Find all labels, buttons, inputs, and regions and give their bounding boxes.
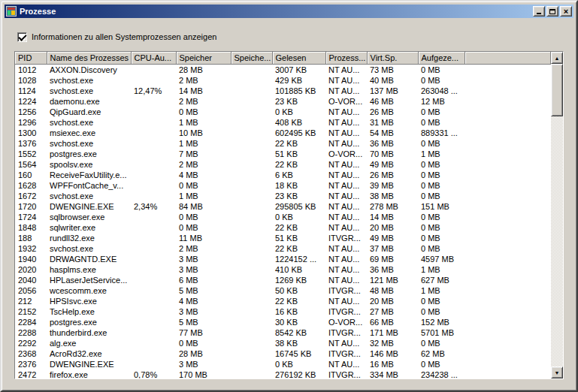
cell: 6 KB bbox=[272, 170, 325, 180]
cell bbox=[231, 359, 272, 369]
table-row[interactable]: 1296svchost.exe1 MB408 KBNT AU...31 MB0 … bbox=[15, 117, 551, 128]
table-row[interactable]: 2152TscHelp.exe3 MB16 KBITVGR...27 MB0 M… bbox=[15, 306, 551, 317]
close-button[interactable]: × bbox=[560, 6, 572, 17]
cell: NT AU... bbox=[325, 275, 367, 285]
cell bbox=[231, 191, 272, 201]
cell bbox=[465, 359, 551, 369]
column-header-memory2[interactable]: Speiche... bbox=[231, 52, 272, 64]
cell bbox=[131, 149, 176, 159]
cell: 234238 ... bbox=[418, 369, 465, 379]
table-row[interactable]: 1028svchost.exe2 MB429 KBNT AU...40 MB0 … bbox=[15, 75, 551, 86]
cell bbox=[465, 201, 551, 212]
column-header-memory[interactable]: Speicher bbox=[176, 52, 231, 64]
system-processes-checkbox[interactable] bbox=[17, 32, 27, 42]
cell: 2284 bbox=[15, 317, 47, 327]
cell: 0 MB bbox=[418, 107, 465, 117]
table-row[interactable]: 1940DRWAGNTD.EXE3 MB1224152 ...NT AU...6… bbox=[15, 254, 551, 264]
cell: 28 MB bbox=[176, 348, 231, 359]
table-row[interactable]: 1932svchost.exe2 MB22 KBNT AU...37 MB0 M… bbox=[15, 243, 551, 254]
cell: 12 MB bbox=[418, 96, 465, 107]
scroll-up-button[interactable]: ▲ bbox=[551, 52, 563, 64]
system-processes-checkbox-label[interactable]: Informationen zu allen Systemprozessen a… bbox=[32, 32, 216, 41]
table-row[interactable]: 1124svchost.exe12,47%14 MB101885 KBNT AU… bbox=[15, 86, 551, 96]
table-row[interactable]: 1256QipGuard.exe0 MB0 KBNT AU...26 MB0 M… bbox=[15, 107, 551, 117]
window-title: Prozesse bbox=[20, 7, 533, 16]
table-row[interactable]: 1376svchost.exe1 MB22 KBNT AU...36 MB0 M… bbox=[15, 138, 551, 149]
table-row[interactable]: 2056wcescomm.exe5 MB50 KBITVGR...48 MB1 … bbox=[15, 285, 551, 296]
cell: 49 MB bbox=[367, 159, 418, 170]
cell: 410 KB bbox=[272, 264, 325, 275]
column-header-process-owner[interactable]: Prozess... bbox=[325, 52, 367, 64]
column-header-pid[interactable]: PID bbox=[15, 52, 47, 64]
cell: 0 MB bbox=[176, 338, 231, 348]
scrollbar-track[interactable] bbox=[551, 64, 563, 366]
table-row[interactable]: 2288thunderbird.exe77 MB8542 KBITVGR...1… bbox=[15, 327, 551, 338]
maximize-button[interactable] bbox=[546, 6, 558, 17]
table-row[interactable]: 212HPSIsvc.exe4 MB22 KBNT AU...20 MB0 MB bbox=[15, 296, 551, 306]
table-row[interactable]: 2472firefox.exe0,78%170 MB276192 KBITVGR… bbox=[15, 369, 551, 379]
cell: NT AU... bbox=[325, 138, 367, 149]
table-row[interactable]: 160ReceiveFaxUtility.e...4 MB6 KBNT AU..… bbox=[15, 170, 551, 180]
table-row[interactable]: 1672svchost.exe1 MB23 KBNT AU...38 MB0 M… bbox=[15, 191, 551, 201]
cell: NT AU... bbox=[325, 212, 367, 222]
cell: 31 MB bbox=[367, 117, 418, 128]
cell: NT AU... bbox=[325, 191, 367, 201]
system-processes-option[interactable]: Informationen zu allen Systemprozessen a… bbox=[17, 32, 216, 42]
cell bbox=[465, 149, 551, 159]
table-row[interactable]: 1724sqlbrowser.exe0 MB0 KBNT AU...14 MB0… bbox=[15, 212, 551, 222]
column-header-read[interactable]: Gelesen bbox=[272, 52, 325, 64]
column-header-cpu[interactable]: CPU-Au... bbox=[131, 52, 176, 64]
process-list-content: PID Name des Prozesses CPU-Au... Speiche… bbox=[15, 52, 551, 378]
cell bbox=[231, 264, 272, 275]
cell: 4597 MB bbox=[418, 254, 465, 264]
scroll-down-button[interactable]: ▼ bbox=[551, 366, 563, 378]
table-row[interactable]: 1720DWENGINE.EXE2,34%84 MB295805 KBNT AU… bbox=[15, 201, 551, 212]
column-header-empty[interactable] bbox=[465, 52, 551, 64]
table-row[interactable]: 188rundll32.exe11 MB51 KBITVGR...49 MB0 … bbox=[15, 233, 551, 243]
titlebar[interactable]: Prozesse × bbox=[5, 5, 573, 18]
vertical-scrollbar[interactable]: ▲ ▼ bbox=[551, 52, 563, 378]
cell: 408 KB bbox=[272, 117, 325, 128]
cell: spoolsv.exe bbox=[47, 159, 131, 170]
column-header-process-name[interactable]: Name des Prozesses bbox=[47, 52, 131, 64]
table-row[interactable]: 1552postgres.exe7 MB51 KBO-VOR...70 MB1 … bbox=[15, 149, 551, 159]
cell: AcroRd32.exe bbox=[47, 348, 131, 359]
cell: ITVGR... bbox=[325, 348, 367, 359]
cell: 36 MB bbox=[367, 138, 418, 149]
cell: 1376 bbox=[15, 138, 47, 149]
cell: 0 MB bbox=[418, 243, 465, 254]
table-row[interactable]: 1300msiexec.exe10 MB602495 KBNT AU...54 … bbox=[15, 128, 551, 138]
table-row[interactable]: 2040HPLaserJetService...6 MB1269 KBNT AU… bbox=[15, 275, 551, 285]
cell bbox=[465, 327, 551, 338]
cell: 1720 bbox=[15, 201, 47, 212]
cell: 1124 bbox=[15, 86, 47, 96]
column-header-virtual-memory[interactable]: Virt.Sp. bbox=[367, 52, 418, 64]
column-header-recorded[interactable]: Aufgeze... bbox=[418, 52, 465, 64]
table-row[interactable]: 2368AcroRd32.exe28 MB16745 KBITVGR...146… bbox=[15, 348, 551, 359]
scrollbar-thumb[interactable] bbox=[551, 64, 563, 116]
table-row[interactable]: 2020hasplms.exe3 MB410 KBNT AU...36 MB1 … bbox=[15, 264, 551, 275]
cell: 69 MB bbox=[367, 254, 418, 264]
minimize-button[interactable] bbox=[533, 6, 545, 17]
cell: 1 MB bbox=[418, 285, 465, 296]
table-row[interactable]: 1628WPFFontCache_v...0 MB18 KBNT AU...39… bbox=[15, 180, 551, 191]
table-row[interactable]: 1012AXXON.Discovery28 MB3007 KBNT AU...7… bbox=[15, 64, 551, 75]
cell: NT AU... bbox=[325, 180, 367, 191]
cell bbox=[131, 159, 176, 170]
table-row[interactable]: 1564spoolsv.exe2 MB22 KBNT AU...49 MB0 M… bbox=[15, 159, 551, 170]
cell: 602495 KB bbox=[272, 128, 325, 138]
table-row[interactable]: 1224daemonu.exe2 MB23 KBO-VOR...46 MB12 … bbox=[15, 96, 551, 107]
cell bbox=[465, 86, 551, 96]
cell: msiexec.exe bbox=[47, 128, 131, 138]
cell bbox=[465, 170, 551, 180]
cell bbox=[131, 138, 176, 149]
cell: NT AU... bbox=[325, 338, 367, 348]
cell: 295805 KB bbox=[272, 201, 325, 212]
cell bbox=[131, 264, 176, 275]
table-row[interactable]: 2376DWENGINE.EXE3 MB0 KBNT AU...16 MB0 M… bbox=[15, 359, 551, 369]
cell: 22 KB bbox=[272, 243, 325, 254]
table-row[interactable]: 2284postgres.exe5 MB30 KBO-VOR...66 MB15… bbox=[15, 317, 551, 327]
table-row[interactable]: 1848sqlwriter.exe0 MB22 KBNT AU...20 MB0… bbox=[15, 222, 551, 233]
process-window: Prozesse × Informationen zu allen System… bbox=[0, 0, 578, 392]
table-row[interactable]: 2292alg.exe0 MB38 KBNT AU...32 MB0 MB bbox=[15, 338, 551, 348]
